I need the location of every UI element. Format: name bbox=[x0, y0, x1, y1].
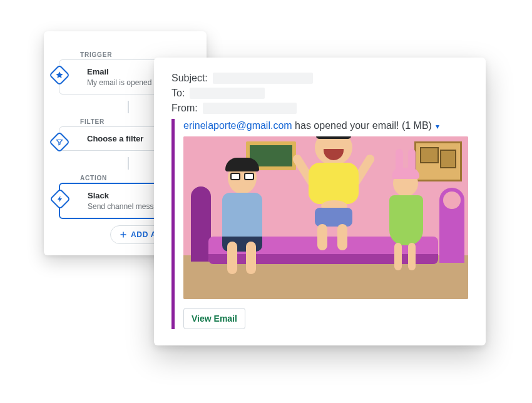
character-louise bbox=[381, 170, 431, 277]
header-from-row: From: bbox=[171, 103, 468, 114]
slack-attachment: erinelaporte@gmail.com has opened your e… bbox=[171, 119, 468, 329]
subject-value-placeholder bbox=[213, 73, 313, 84]
connector-line bbox=[128, 157, 129, 170]
connector-line bbox=[128, 101, 129, 113]
character-tina bbox=[216, 161, 269, 280]
funnel-icon bbox=[49, 131, 70, 153]
header-subject-row: Subject: bbox=[171, 73, 468, 84]
view-email-button[interactable]: View Email bbox=[183, 308, 245, 329]
chevron-down-icon[interactable]: ▾ bbox=[434, 122, 439, 131]
attachment-title: erinelaporte@gmail.com has opened your e… bbox=[183, 120, 468, 131]
to-value-placeholder bbox=[190, 88, 265, 99]
header-to-row: To: bbox=[171, 88, 468, 99]
gif-preview bbox=[183, 136, 468, 299]
attachment-title-rest: has opened your email! (1 MB) bbox=[292, 120, 432, 131]
notification-card: Subject: To: From: erinelaporte@gmail.co… bbox=[154, 58, 486, 345]
subject-label: Subject: bbox=[171, 73, 208, 84]
from-label: From: bbox=[171, 103, 198, 114]
from-value-placeholder bbox=[203, 103, 297, 114]
character-gene bbox=[296, 136, 371, 255]
star-icon bbox=[49, 64, 70, 86]
bolt-icon bbox=[49, 188, 71, 210]
to-label: To: bbox=[171, 88, 185, 99]
email-link[interactable]: erinelaporte@gmail.com bbox=[183, 120, 292, 131]
plus-icon bbox=[120, 231, 127, 238]
